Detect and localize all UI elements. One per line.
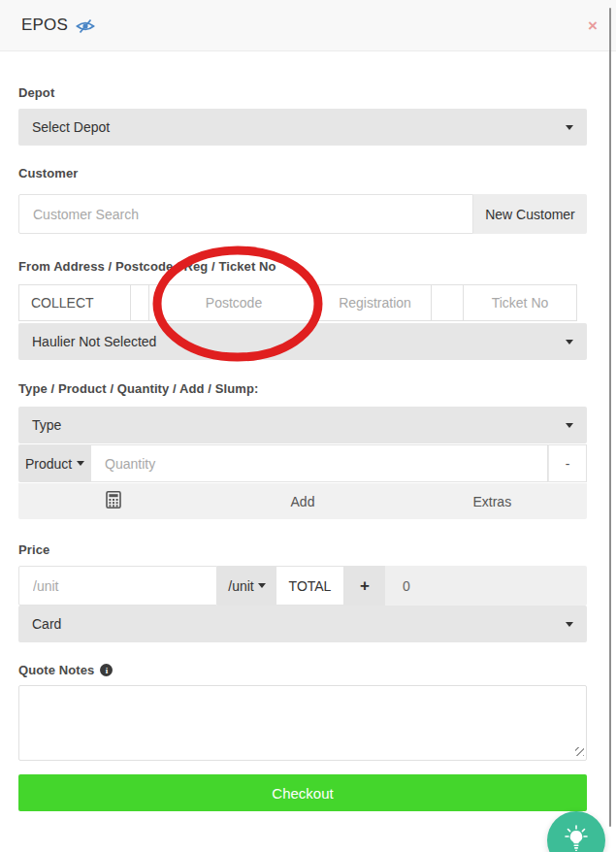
extras-button[interactable]: Extras <box>398 483 587 519</box>
product-dropdown-button[interactable]: Product <box>18 444 91 482</box>
resize-handle[interactable] <box>575 747 584 756</box>
total-label: TOTAL <box>276 566 344 606</box>
haulier-select[interactable]: Haulier Not Selected <box>18 323 587 360</box>
input-spacer <box>431 284 464 321</box>
quantity-decrement-button[interactable]: - <box>548 444 587 482</box>
checkout-button[interactable]: Checkout <box>18 774 587 811</box>
chevron-down-icon <box>77 461 84 466</box>
price-per-unit-input[interactable] <box>18 566 217 606</box>
price-row: /unit TOTAL + 0 <box>18 566 587 606</box>
type-select[interactable]: Type <box>18 407 587 443</box>
scrollbar[interactable] <box>609 8 611 827</box>
calculator-icon <box>106 491 121 511</box>
product-dropdown-label: Product <box>25 456 72 472</box>
eye-slash-icon <box>76 18 95 34</box>
lightbulb-icon <box>564 825 589 852</box>
collect-cell <box>18 284 131 321</box>
customer-row: New Customer <box>18 194 587 234</box>
calculator-button[interactable] <box>18 483 208 519</box>
total-amount-value: 0 <box>385 566 587 606</box>
price-label: Price <box>18 542 587 557</box>
payment-method-select[interactable]: Card <box>18 606 587 642</box>
plus-icon: + <box>360 576 370 596</box>
customer-search-input[interactable] <box>18 194 473 234</box>
close-icon[interactable]: × <box>588 17 598 34</box>
ticket-cell <box>463 284 577 321</box>
quote-notes-label-row: Quote Notes i <box>18 663 587 677</box>
modal-body: Depot Select Depot Customer New Customer… <box>0 85 616 811</box>
hint-fab-button[interactable] <box>547 811 605 852</box>
depot-select[interactable]: Select Depot <box>18 109 587 146</box>
unit-select-button[interactable]: /unit <box>217 566 276 606</box>
unit-select-label: /unit <box>228 578 253 594</box>
registration-input[interactable] <box>319 285 431 320</box>
chevron-down-icon <box>566 622 573 627</box>
quote-notes-label: Quote Notes <box>18 663 94 677</box>
page-title: EPOS <box>21 16 95 35</box>
new-customer-button[interactable]: New Customer <box>473 194 587 234</box>
info-icon[interactable]: i <box>100 664 113 676</box>
ticket-no-input[interactable] <box>464 285 576 320</box>
payment-method-value: Card <box>32 616 61 632</box>
type-select-value: Type <box>32 417 61 433</box>
minus-label: - <box>566 456 570 472</box>
page-title-text: EPOS <box>21 16 68 35</box>
postcode-cell <box>148 284 319 321</box>
quote-notes-wrap <box>18 685 587 761</box>
collect-input[interactable] <box>19 285 130 320</box>
add-price-button[interactable]: + <box>344 566 385 606</box>
type-product-label: Type / Product / Quantity / Add / Slump: <box>18 381 587 396</box>
postcode-input[interactable] <box>149 285 318 320</box>
depot-label: Depot <box>18 85 587 100</box>
chevron-down-icon <box>258 583 266 588</box>
quantity-input[interactable] <box>91 444 548 482</box>
registration-cell <box>318 284 432 321</box>
quote-notes-textarea[interactable] <box>18 685 587 761</box>
customer-label: Customer <box>18 166 587 180</box>
product-row: Product - <box>18 444 587 482</box>
epos-modal: EPOS × Depot Select Depot Customer New C… <box>0 0 616 852</box>
chevron-down-icon <box>566 340 573 344</box>
modal-header: EPOS × <box>0 0 616 51</box>
from-address-label: From Address / Postcode / Reg / Ticket N… <box>18 259 587 274</box>
haulier-select-value: Haulier Not Selected <box>32 334 156 349</box>
add-button[interactable]: Add <box>208 483 397 519</box>
chevron-down-icon <box>566 423 573 428</box>
chevron-down-icon <box>566 125 573 130</box>
address-row <box>18 284 587 321</box>
product-tools-bar: Add Extras <box>18 483 587 519</box>
input-spacer <box>130 284 149 321</box>
depot-select-value: Select Depot <box>32 119 110 135</box>
